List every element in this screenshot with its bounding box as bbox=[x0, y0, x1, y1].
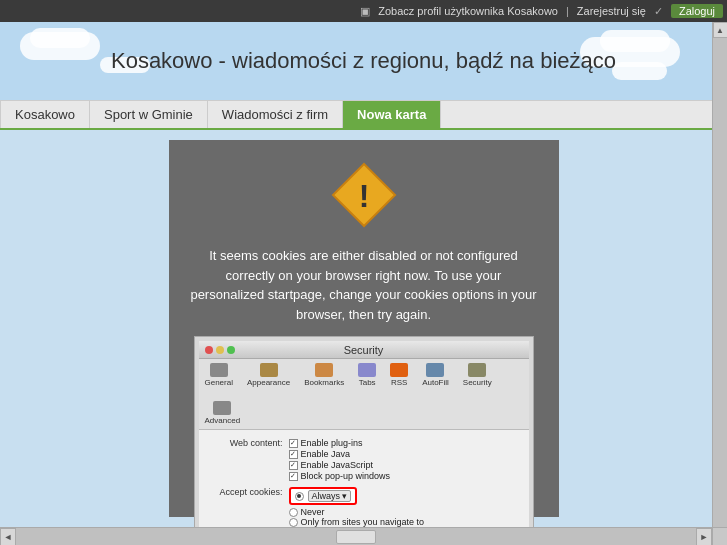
web-content-label: Web content: bbox=[211, 438, 283, 448]
bottom-scrollbar: ◄ ► bbox=[0, 527, 712, 545]
register-link[interactable]: Zarejestruj się bbox=[577, 5, 646, 17]
toolbar-rss[interactable]: RSS bbox=[390, 363, 408, 387]
scroll-up-button[interactable]: ▲ bbox=[713, 22, 728, 38]
toolbar-bookmarks[interactable]: Bookmarks bbox=[304, 363, 344, 387]
radio-from-sites-btn[interactable] bbox=[289, 518, 298, 527]
scroll-thumb[interactable] bbox=[336, 530, 376, 544]
check-popups: ✓ Block pop-up windows bbox=[289, 471, 391, 481]
security-toolbar: General Appearance Bookmarks Tabs RSS bbox=[199, 359, 529, 430]
svg-text:!: ! bbox=[358, 178, 369, 214]
toolbar-tabs[interactable]: Tabs bbox=[358, 363, 376, 387]
accept-cookies-options: Always ▾ Never Only from sites you navig… bbox=[289, 487, 475, 527]
checkbox-plugins[interactable]: ✓ bbox=[289, 439, 298, 448]
right-scrollbar: ▲ ▼ bbox=[712, 22, 727, 545]
accept-cookies-section: Accept cookies: Always ▾ bbox=[211, 487, 517, 527]
main-content: ! It seems cookies are either disabled o… bbox=[0, 130, 727, 527]
checkbox-javascript[interactable]: ✓ bbox=[289, 461, 298, 470]
nav-item-kosakowo[interactable]: Kosakowo bbox=[0, 101, 90, 128]
nav-bar: Kosakowo Sport w Gminie Wiadomości z fir… bbox=[0, 100, 727, 130]
camera-icon: ▣ bbox=[360, 5, 370, 18]
scroll-track-vertical bbox=[713, 38, 727, 529]
security-dialog: Security General Appearance Bookmarks bbox=[194, 336, 534, 527]
check-plugins: ✓ Enable plug-ins bbox=[289, 438, 391, 448]
dialog-title: Security bbox=[344, 344, 384, 356]
toolbar-security[interactable]: Security bbox=[463, 363, 492, 387]
profile-link[interactable]: Zobacz profil użytkownika Kosakowo bbox=[378, 5, 558, 17]
accept-cookies-label: Accept cookies: bbox=[211, 487, 283, 497]
site-title: Kosakowo - wiadomości z regionu, bądź na… bbox=[111, 48, 616, 74]
toolbar-advanced[interactable]: Advanced bbox=[205, 401, 241, 425]
toolbar-general[interactable]: General bbox=[205, 363, 233, 387]
cloud-decoration bbox=[30, 28, 90, 48]
scroll-right-button[interactable]: ► bbox=[696, 528, 712, 546]
maximize-dot[interactable] bbox=[227, 346, 235, 354]
security-content: Web content: ✓ Enable plug-ins ✓ Enable … bbox=[199, 430, 529, 527]
topbar-separator2: ✓ bbox=[654, 5, 663, 18]
close-dot[interactable] bbox=[205, 346, 213, 354]
window-controls bbox=[205, 346, 235, 354]
radio-never: Never bbox=[289, 507, 475, 517]
nav-item-sport[interactable]: Sport w Gminie bbox=[90, 101, 208, 128]
radio-from-sites: Only from sites you navigate to bbox=[289, 517, 475, 527]
cookie-warning-box: ! It seems cookies are either disabled o… bbox=[169, 140, 559, 517]
topbar-separator: | bbox=[566, 5, 569, 17]
checkbox-java[interactable]: ✓ bbox=[289, 450, 298, 459]
scroll-left-button[interactable]: ◄ bbox=[0, 528, 16, 546]
web-content-row: Web content: ✓ Enable plug-ins ✓ Enable … bbox=[211, 438, 517, 481]
nav-item-wiadomosci[interactable]: Wiadomości z firm bbox=[208, 101, 343, 128]
browser-topbar: ▣ Zobacz profil użytkownika Kosakowo | Z… bbox=[0, 0, 727, 22]
radio-always[interactable] bbox=[295, 492, 304, 501]
warning-icon: ! bbox=[329, 160, 399, 230]
toolbar-autofill[interactable]: AutoFill bbox=[422, 363, 449, 387]
always-dropdown[interactable]: Always ▾ bbox=[308, 490, 352, 502]
site-header: Kosakowo - wiadomości z regionu, bądź na… bbox=[0, 22, 727, 100]
scroll-track-horizontal bbox=[16, 528, 696, 545]
toolbar-appearance[interactable]: Appearance bbox=[247, 363, 290, 387]
accept-cookies-highlight: Always ▾ bbox=[289, 487, 358, 505]
nav-item-nowa-karta[interactable]: Nowa karta bbox=[343, 101, 441, 128]
cloud-decoration bbox=[612, 62, 667, 80]
minimize-dot[interactable] bbox=[216, 346, 224, 354]
checkbox-popups[interactable]: ✓ bbox=[289, 472, 298, 481]
check-java: ✓ Enable Java bbox=[289, 449, 391, 459]
radio-never-btn[interactable] bbox=[289, 508, 298, 517]
check-javascript: ✓ Enable JavaScript bbox=[289, 460, 391, 470]
login-button[interactable]: Zaloguj bbox=[671, 4, 723, 18]
web-content-options: ✓ Enable plug-ins ✓ Enable Java ✓ Enable… bbox=[289, 438, 391, 481]
security-titlebar: Security bbox=[199, 341, 529, 359]
scroll-corner bbox=[712, 527, 727, 545]
cookie-warning-text: It seems cookies are either disabled or … bbox=[189, 246, 539, 324]
